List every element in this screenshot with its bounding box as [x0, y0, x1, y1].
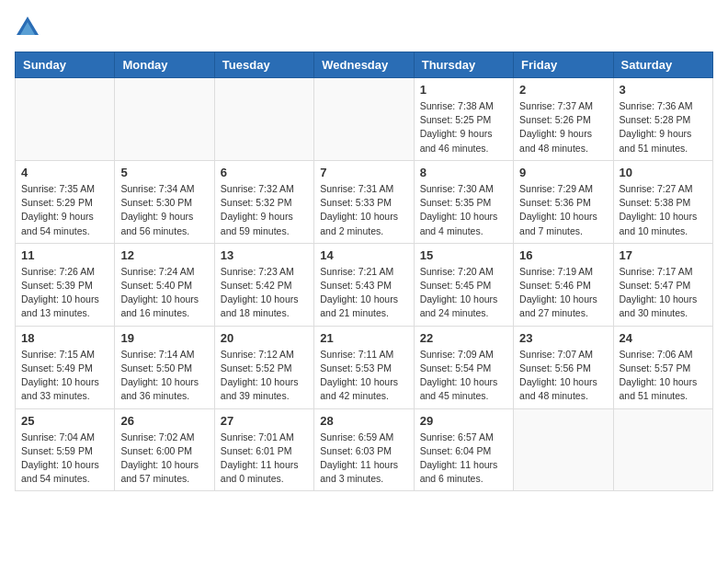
- day-info: Sunrise: 7:26 AM Sunset: 5:39 PM Dayligh…: [21, 265, 108, 321]
- calendar-cell: 18Sunrise: 7:15 AM Sunset: 5:49 PM Dayli…: [16, 326, 115, 408]
- day-info: Sunrise: 7:35 AM Sunset: 5:29 PM Dayligh…: [21, 182, 108, 238]
- weekday-header-monday: Monday: [115, 52, 214, 78]
- day-number: 7: [320, 166, 407, 179]
- day-info: Sunrise: 7:36 AM Sunset: 5:28 PM Dayligh…: [620, 99, 707, 155]
- calendar-cell: [214, 78, 313, 161]
- day-number: 17: [620, 248, 707, 262]
- day-info: Sunrise: 7:17 AM Sunset: 5:47 PM Dayligh…: [620, 265, 707, 321]
- calendar-cell: 27Sunrise: 7:01 AM Sunset: 6:01 PM Dayli…: [214, 408, 313, 491]
- day-number: 9: [519, 166, 607, 179]
- day-number: 5: [120, 166, 208, 179]
- day-info: Sunrise: 7:12 AM Sunset: 5:52 PM Dayligh…: [221, 348, 308, 404]
- day-info: Sunrise: 7:21 AM Sunset: 5:43 PM Dayligh…: [320, 265, 407, 321]
- calendar-cell: 25Sunrise: 7:04 AM Sunset: 5:59 PM Dayli…: [16, 408, 115, 491]
- weekday-header-friday: Friday: [514, 52, 613, 78]
- day-number: 20: [221, 331, 308, 345]
- day-info: Sunrise: 7:14 AM Sunset: 5:50 PM Dayligh…: [120, 348, 208, 404]
- day-info: Sunrise: 7:11 AM Sunset: 5:53 PM Dayligh…: [320, 348, 407, 404]
- day-number: 14: [320, 248, 407, 262]
- calendar-cell: 9Sunrise: 7:29 AM Sunset: 5:36 PM Daylig…: [514, 160, 613, 243]
- calendar-cell: 16Sunrise: 7:19 AM Sunset: 5:46 PM Dayli…: [514, 243, 613, 326]
- day-number: 16: [519, 248, 607, 262]
- calendar-week-5: 25Sunrise: 7:04 AM Sunset: 5:59 PM Dayli…: [16, 408, 713, 491]
- calendar-cell: 12Sunrise: 7:24 AM Sunset: 5:40 PM Dayli…: [115, 243, 214, 326]
- calendar-cell: [314, 78, 414, 161]
- day-info: Sunrise: 7:19 AM Sunset: 5:46 PM Dayligh…: [519, 265, 607, 321]
- calendar-cell: 6Sunrise: 7:32 AM Sunset: 5:32 PM Daylig…: [214, 160, 313, 243]
- calendar-week-4: 18Sunrise: 7:15 AM Sunset: 5:49 PM Dayli…: [16, 326, 713, 408]
- calendar-cell: 22Sunrise: 7:09 AM Sunset: 5:54 PM Dayli…: [414, 326, 513, 408]
- calendar-cell: [613, 408, 712, 491]
- calendar-cell: 11Sunrise: 7:26 AM Sunset: 5:39 PM Dayli…: [16, 243, 115, 326]
- day-number: 23: [519, 331, 607, 345]
- day-number: 8: [420, 166, 507, 179]
- day-info: Sunrise: 7:07 AM Sunset: 5:56 PM Dayligh…: [519, 348, 607, 404]
- calendar-cell: 3Sunrise: 7:36 AM Sunset: 5:28 PM Daylig…: [613, 78, 712, 161]
- day-number: 6: [221, 166, 308, 179]
- day-number: 3: [620, 83, 707, 97]
- day-number: 26: [120, 414, 208, 428]
- day-info: Sunrise: 7:38 AM Sunset: 5:25 PM Dayligh…: [420, 99, 507, 155]
- calendar-cell: [514, 408, 613, 491]
- day-number: 18: [21, 331, 108, 345]
- day-number: 12: [120, 248, 208, 262]
- calendar-cell: 21Sunrise: 7:11 AM Sunset: 5:53 PM Dayli…: [314, 326, 414, 408]
- calendar-cell: 28Sunrise: 6:59 AM Sunset: 6:03 PM Dayli…: [314, 408, 414, 491]
- weekday-header-thursday: Thursday: [414, 52, 513, 78]
- day-info: Sunrise: 7:37 AM Sunset: 5:26 PM Dayligh…: [519, 99, 607, 155]
- day-number: 21: [320, 331, 407, 345]
- day-info: Sunrise: 7:29 AM Sunset: 5:36 PM Dayligh…: [519, 182, 607, 238]
- calendar-table: SundayMondayTuesdayWednesdayThursdayFrid…: [15, 52, 713, 491]
- calendar-cell: 26Sunrise: 7:02 AM Sunset: 6:00 PM Dayli…: [115, 408, 214, 491]
- day-info: Sunrise: 7:01 AM Sunset: 6:01 PM Dayligh…: [221, 431, 308, 487]
- calendar-cell: 19Sunrise: 7:14 AM Sunset: 5:50 PM Dayli…: [115, 326, 214, 408]
- calendar-week-1: 1Sunrise: 7:38 AM Sunset: 5:25 PM Daylig…: [16, 78, 713, 161]
- day-info: Sunrise: 7:31 AM Sunset: 5:33 PM Dayligh…: [320, 182, 407, 238]
- day-number: 2: [519, 83, 607, 97]
- calendar-cell: 5Sunrise: 7:34 AM Sunset: 5:30 PM Daylig…: [115, 160, 214, 243]
- day-info: Sunrise: 6:59 AM Sunset: 6:03 PM Dayligh…: [320, 431, 407, 487]
- day-info: Sunrise: 7:32 AM Sunset: 5:32 PM Dayligh…: [221, 182, 308, 238]
- weekday-header-saturday: Saturday: [613, 52, 712, 78]
- day-info: Sunrise: 7:24 AM Sunset: 5:40 PM Dayligh…: [120, 265, 208, 321]
- logo: [15, 15, 44, 40]
- day-info: Sunrise: 6:57 AM Sunset: 6:04 PM Dayligh…: [420, 431, 507, 487]
- day-info: Sunrise: 7:20 AM Sunset: 5:45 PM Dayligh…: [420, 265, 507, 321]
- calendar-cell: 1Sunrise: 7:38 AM Sunset: 5:25 PM Daylig…: [414, 78, 513, 161]
- calendar-cell: 8Sunrise: 7:30 AM Sunset: 5:35 PM Daylig…: [414, 160, 513, 243]
- calendar-cell: 13Sunrise: 7:23 AM Sunset: 5:42 PM Dayli…: [214, 243, 313, 326]
- day-info: Sunrise: 7:27 AM Sunset: 5:38 PM Dayligh…: [620, 182, 707, 238]
- day-number: 4: [21, 166, 108, 179]
- day-number: 10: [620, 166, 707, 179]
- weekday-header-sunday: Sunday: [16, 52, 115, 78]
- calendar-cell: 7Sunrise: 7:31 AM Sunset: 5:33 PM Daylig…: [314, 160, 414, 243]
- calendar-cell: 2Sunrise: 7:37 AM Sunset: 5:26 PM Daylig…: [514, 78, 613, 161]
- day-info: Sunrise: 7:09 AM Sunset: 5:54 PM Dayligh…: [420, 348, 507, 404]
- day-number: 25: [21, 414, 108, 428]
- calendar-cell: [16, 78, 115, 161]
- calendar-cell: 20Sunrise: 7:12 AM Sunset: 5:52 PM Dayli…: [214, 326, 313, 408]
- day-info: Sunrise: 7:15 AM Sunset: 5:49 PM Dayligh…: [21, 348, 108, 404]
- weekday-header-wednesday: Wednesday: [314, 52, 414, 78]
- page-header: [15, 15, 713, 40]
- day-number: 15: [420, 248, 507, 262]
- day-info: Sunrise: 7:06 AM Sunset: 5:57 PM Dayligh…: [620, 348, 707, 404]
- calendar-cell: 24Sunrise: 7:06 AM Sunset: 5:57 PM Dayli…: [613, 326, 712, 408]
- calendar-cell: 17Sunrise: 7:17 AM Sunset: 5:47 PM Dayli…: [613, 243, 712, 326]
- calendar-week-3: 11Sunrise: 7:26 AM Sunset: 5:39 PM Dayli…: [16, 243, 713, 326]
- day-number: 24: [620, 331, 707, 345]
- calendar-week-2: 4Sunrise: 7:35 AM Sunset: 5:29 PM Daylig…: [16, 160, 713, 243]
- day-number: 28: [320, 414, 407, 428]
- weekday-header-tuesday: Tuesday: [214, 52, 313, 78]
- weekday-header-row: SundayMondayTuesdayWednesdayThursdayFrid…: [16, 52, 713, 78]
- day-number: 19: [120, 331, 208, 345]
- day-number: 1: [420, 83, 507, 97]
- calendar-cell: 15Sunrise: 7:20 AM Sunset: 5:45 PM Dayli…: [414, 243, 513, 326]
- calendar-cell: 4Sunrise: 7:35 AM Sunset: 5:29 PM Daylig…: [16, 160, 115, 243]
- day-info: Sunrise: 7:02 AM Sunset: 6:00 PM Dayligh…: [120, 431, 208, 487]
- day-number: 13: [221, 248, 308, 262]
- logo-icon: [15, 15, 40, 40]
- day-number: 11: [21, 248, 108, 262]
- day-info: Sunrise: 7:30 AM Sunset: 5:35 PM Dayligh…: [420, 182, 507, 238]
- calendar-cell: 10Sunrise: 7:27 AM Sunset: 5:38 PM Dayli…: [613, 160, 712, 243]
